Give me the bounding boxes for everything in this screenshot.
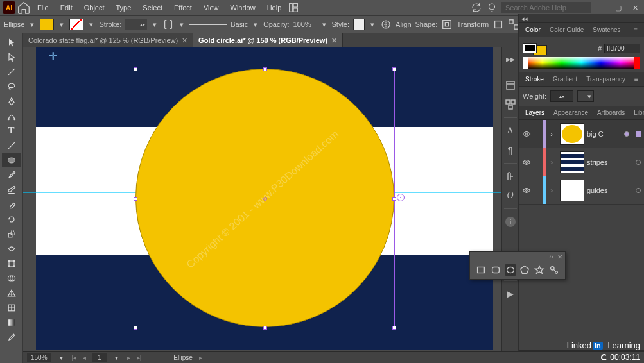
layer-row[interactable]: › big C	[519, 120, 644, 148]
panel-menu-icon[interactable]: ≡	[631, 74, 642, 85]
panel-menu-icon[interactable]: ≡	[630, 24, 641, 35]
recolor-icon[interactable]	[380, 19, 392, 30]
stroke-swatch[interactable]	[69, 19, 83, 30]
menu-help[interactable]: Help	[262, 2, 287, 13]
gradient-tool[interactable]	[2, 315, 21, 330]
menu-file[interactable]: File	[32, 2, 54, 13]
next-artboard-icon[interactable]: ▸	[127, 354, 130, 361]
collapse-flyout-icon[interactable]: ‹‹	[549, 253, 553, 260]
stroke-weight-dropdown[interactable]: ▾	[151, 19, 159, 30]
opentype-panel-icon[interactable]: O	[504, 189, 517, 202]
maximize-icon[interactable]: ▢	[612, 3, 625, 12]
selection-indicator-icon[interactable]	[636, 188, 641, 193]
tab-gradient[interactable]: Gradient	[549, 74, 581, 85]
direct-selection-tool[interactable]	[2, 49, 21, 64]
flare-shape-icon[interactable]	[548, 264, 560, 276]
prev-artboard-icon[interactable]: ◂	[83, 354, 86, 361]
zoom-dropdown[interactable]: ▾	[58, 352, 65, 364]
tab-libraries[interactable]: Libraries	[630, 107, 644, 118]
resize-handle[interactable]	[263, 67, 267, 71]
lasso-tool[interactable]	[2, 79, 21, 94]
shape-expand-icon[interactable]	[441, 19, 453, 30]
vstroke-dropdown[interactable]: ▾	[178, 19, 186, 30]
panel-expand-bar[interactable]: ◂◂	[519, 14, 644, 23]
status-menu-icon[interactable]: ▸	[199, 354, 202, 361]
document-tab-1[interactable]: Colorado state flag.ai* @ 125 % (RGB/Pre…	[23, 33, 193, 47]
resize-handle[interactable]	[134, 67, 137, 71]
canvas-area[interactable]: Copyright © 2001 - www.P30Download.com ✛	[23, 47, 501, 351]
weight-stepper[interactable]: ▴▾	[550, 90, 573, 102]
menu-view[interactable]: View	[198, 2, 224, 13]
resize-handle[interactable]	[263, 326, 267, 330]
menu-select[interactable]: Select	[137, 2, 168, 13]
line-tool[interactable]	[2, 138, 21, 153]
menu-effect[interactable]: Effect	[169, 2, 197, 13]
artboard-number[interactable]: 1	[92, 353, 107, 362]
workspace-switcher-icon[interactable]	[288, 2, 299, 13]
perspective-tool[interactable]	[2, 285, 21, 300]
tab-color-guide[interactable]: Color Guide	[546, 24, 587, 35]
profile-dropdown[interactable]: ▾	[252, 19, 259, 30]
curvature-tool[interactable]	[2, 108, 21, 123]
artboard-dropdown[interactable]: ▾	[113, 352, 121, 364]
opacity-dropdown[interactable]: ▾	[320, 19, 328, 30]
star-shape-icon[interactable]	[534, 264, 545, 276]
close-icon[interactable]: ✕	[629, 3, 641, 12]
eyedropper-tool[interactable]	[2, 330, 21, 344]
home-icon[interactable]	[17, 1, 31, 15]
last-artboard-icon[interactable]: ▸|	[137, 354, 142, 361]
width-tool[interactable]	[2, 241, 21, 256]
resize-handle[interactable]	[134, 326, 137, 330]
align-panel-icon[interactable]	[504, 98, 517, 111]
mesh-tool[interactable]	[2, 300, 21, 315]
search-input[interactable]	[501, 2, 591, 13]
stroke-weight-input[interactable]: ▴▾	[125, 19, 147, 30]
selection-indicator-icon[interactable]	[624, 131, 629, 137]
opacity-value[interactable]: 100%	[293, 21, 317, 28]
menu-type[interactable]: Type	[111, 2, 137, 13]
layer-name[interactable]: guides	[587, 187, 632, 194]
visibility-toggle[interactable]	[519, 186, 534, 195]
anchor-target-icon[interactable]	[397, 194, 405, 201]
info-panel-icon[interactable]: i	[504, 215, 517, 228]
layer-name[interactable]: big C	[587, 130, 621, 138]
selection-tool[interactable]	[2, 35, 21, 49]
layer-row[interactable]: › guides	[519, 176, 644, 205]
actions-panel-icon[interactable]: ▶	[504, 287, 517, 300]
rotate-tool[interactable]	[2, 212, 21, 226]
isolate-icon[interactable]	[492, 19, 504, 30]
tab-swatches[interactable]: Swatches	[589, 24, 624, 35]
polygon-shape-icon[interactable]	[519, 264, 530, 276]
resize-handle[interactable]	[392, 67, 396, 71]
first-artboard-icon[interactable]: |◂	[72, 354, 77, 361]
target-indicator-icon[interactable]	[636, 131, 641, 137]
hex-input[interactable]	[604, 44, 640, 53]
vstroke-icon[interactable]	[162, 19, 174, 30]
layer-name[interactable]: stripes	[587, 158, 632, 166]
type-tool[interactable]: T	[2, 123, 21, 138]
style-swatch[interactable]	[353, 19, 365, 30]
glyphs-panel-icon[interactable]	[504, 170, 517, 183]
sync-icon[interactable]	[471, 2, 482, 13]
style-dropdown[interactable]: ▾	[369, 19, 376, 30]
magic-wand-tool[interactable]	[2, 64, 21, 79]
stroke-dropdown[interactable]: ▾	[87, 19, 95, 30]
pen-tool[interactable]	[2, 94, 21, 108]
tab-stroke[interactable]: Stroke	[521, 74, 548, 85]
tab-artboards[interactable]: Artboards	[593, 107, 629, 118]
document-tab-2[interactable]: Gold circle.ai* @ 150 % (RGB/Preview) ✕	[193, 33, 343, 47]
character-panel-icon[interactable]: A	[504, 124, 517, 137]
tab-transparency[interactable]: Transparency	[582, 74, 629, 85]
tab-color[interactable]: Color	[521, 24, 544, 35]
expand-layer-icon[interactable]: ›	[546, 130, 557, 138]
paragraph-panel-icon[interactable]: ¶	[504, 144, 517, 156]
eraser-tool[interactable]	[2, 197, 21, 212]
ellipse-tool[interactable]	[2, 153, 21, 167]
close-flyout-icon[interactable]: ✕	[557, 253, 562, 260]
minimize-icon[interactable]: ─	[595, 3, 608, 12]
shape-builder-tool[interactable]	[2, 271, 21, 285]
ellipse-shape-icon[interactable]	[505, 264, 516, 276]
tab-close-icon[interactable]: ✕	[331, 37, 337, 45]
tab-layers[interactable]: Layers	[521, 107, 548, 118]
visibility-toggle[interactable]	[519, 130, 534, 139]
